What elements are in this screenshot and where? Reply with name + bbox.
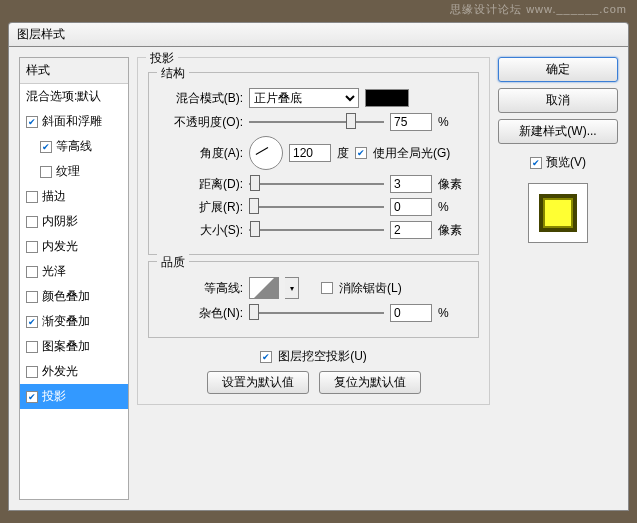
- sidebar-item[interactable]: 等高线: [20, 134, 128, 159]
- distance-unit: 像素: [438, 176, 468, 193]
- titlebar: 图层样式: [8, 22, 629, 46]
- blend-mode-label: 混合模式(B):: [159, 90, 243, 107]
- quality-title: 品质: [157, 254, 189, 271]
- ok-button[interactable]: 确定: [498, 57, 618, 82]
- contour-dropdown[interactable]: ▾: [285, 277, 299, 299]
- reset-default-button[interactable]: 复位为默认值: [319, 371, 421, 394]
- opacity-label: 不透明度(O):: [159, 114, 243, 131]
- sidebar-header: 样式: [20, 58, 128, 84]
- opacity-slider[interactable]: [249, 113, 384, 131]
- quality-group: 品质 等高线: ▾ 消除锯齿(L) 杂色(N): %: [148, 261, 479, 338]
- style-checkbox[interactable]: [26, 116, 38, 128]
- main-area: 投影 结构 混合模式(B): 正片叠底 不透明度(O): %: [137, 57, 618, 500]
- angle-input[interactable]: [289, 144, 331, 162]
- new-style-button[interactable]: 新建样式(W)...: [498, 119, 618, 144]
- sidebar-item-label: 光泽: [42, 263, 66, 280]
- structure-group: 结构 混合模式(B): 正片叠底 不透明度(O): %: [148, 72, 479, 255]
- preview-swatch: [539, 194, 577, 232]
- knockout-label: 图层挖空投影(U): [278, 348, 367, 365]
- style-checkbox[interactable]: [26, 366, 38, 378]
- global-light-label: 使用全局光(G): [373, 145, 450, 162]
- size-input[interactable]: [390, 221, 432, 239]
- sidebar-item-label: 内阴影: [42, 213, 78, 230]
- spread-slider[interactable]: [249, 198, 384, 216]
- knockout-checkbox[interactable]: [260, 351, 272, 363]
- styles-sidebar: 样式 混合选项:默认斜面和浮雕等高线纹理描边内阴影内发光光泽颜色叠加渐变叠加图案…: [19, 57, 129, 500]
- angle-unit: 度: [337, 145, 349, 162]
- dialog-title: 图层样式: [17, 26, 65, 43]
- preview-box: [528, 183, 588, 243]
- style-checkbox[interactable]: [26, 266, 38, 278]
- distance-input[interactable]: [390, 175, 432, 193]
- size-slider[interactable]: [249, 221, 384, 239]
- style-checkbox[interactable]: [26, 316, 38, 328]
- style-checkbox[interactable]: [26, 291, 38, 303]
- sidebar-item[interactable]: 纹理: [20, 159, 128, 184]
- sidebar-item-label: 描边: [42, 188, 66, 205]
- set-default-button[interactable]: 设置为默认值: [207, 371, 309, 394]
- style-checkbox[interactable]: [40, 141, 52, 153]
- sidebar-item-label: 纹理: [56, 163, 80, 180]
- dialog-body: 样式 混合选项:默认斜面和浮雕等高线纹理描边内阴影内发光光泽颜色叠加渐变叠加图案…: [8, 46, 629, 511]
- sidebar-item-label: 外发光: [42, 363, 78, 380]
- sidebar-item[interactable]: 内阴影: [20, 209, 128, 234]
- noise-input[interactable]: [390, 304, 432, 322]
- contour-swatch[interactable]: [249, 277, 279, 299]
- cancel-button[interactable]: 取消: [498, 88, 618, 113]
- angle-label: 角度(A):: [159, 145, 243, 162]
- blend-mode-select[interactable]: 正片叠底: [249, 88, 359, 108]
- opacity-input[interactable]: [390, 113, 432, 131]
- sidebar-item[interactable]: 投影: [20, 384, 128, 409]
- sidebar-item[interactable]: 外发光: [20, 359, 128, 384]
- style-checkbox[interactable]: [26, 391, 38, 403]
- sidebar-item[interactable]: 光泽: [20, 259, 128, 284]
- sidebar-item[interactable]: 混合选项:默认: [20, 84, 128, 109]
- style-checkbox[interactable]: [26, 216, 38, 228]
- preview-label: 预览(V): [546, 154, 586, 171]
- distance-label: 距离(D):: [159, 176, 243, 193]
- size-label: 大小(S):: [159, 222, 243, 239]
- shadow-color-swatch[interactable]: [365, 89, 409, 107]
- actions-column: 确定 取消 新建样式(W)... 预览(V): [498, 57, 618, 500]
- sidebar-item-label: 斜面和浮雕: [42, 113, 102, 130]
- antialias-label: 消除锯齿(L): [339, 280, 402, 297]
- sidebar-item-label: 颜色叠加: [42, 288, 90, 305]
- sidebar-item-label: 投影: [42, 388, 66, 405]
- sidebar-item[interactable]: 描边: [20, 184, 128, 209]
- spread-input[interactable]: [390, 198, 432, 216]
- size-unit: 像素: [438, 222, 468, 239]
- sidebar-item[interactable]: 颜色叠加: [20, 284, 128, 309]
- sidebar-item-label: 图案叠加: [42, 338, 90, 355]
- structure-title: 结构: [157, 65, 189, 82]
- style-checkbox[interactable]: [26, 191, 38, 203]
- noise-label: 杂色(N):: [159, 305, 243, 322]
- global-light-checkbox[interactable]: [355, 147, 367, 159]
- sidebar-item[interactable]: 图案叠加: [20, 334, 128, 359]
- sidebar-item[interactable]: 斜面和浮雕: [20, 109, 128, 134]
- style-checkbox[interactable]: [26, 341, 38, 353]
- sidebar-item-label: 渐变叠加: [42, 313, 90, 330]
- sidebar-item-label: 等高线: [56, 138, 92, 155]
- opacity-unit: %: [438, 115, 468, 129]
- spread-unit: %: [438, 200, 468, 214]
- distance-slider[interactable]: [249, 175, 384, 193]
- contour-label: 等高线:: [159, 280, 243, 297]
- spread-label: 扩展(R):: [159, 199, 243, 216]
- preview-checkbox[interactable]: [530, 157, 542, 169]
- noise-slider[interactable]: [249, 304, 384, 322]
- shadow-panel: 投影 结构 混合模式(B): 正片叠底 不透明度(O): %: [137, 57, 490, 405]
- sidebar-item-label: 混合选项:默认: [26, 88, 101, 105]
- style-checkbox[interactable]: [40, 166, 52, 178]
- angle-dial[interactable]: [249, 136, 283, 170]
- style-checkbox[interactable]: [26, 241, 38, 253]
- sidebar-item-label: 内发光: [42, 238, 78, 255]
- noise-unit: %: [438, 306, 468, 320]
- antialias-checkbox[interactable]: [321, 282, 333, 294]
- sidebar-item[interactable]: 渐变叠加: [20, 309, 128, 334]
- watermark: 思缘设计论坛 www.______.com: [450, 2, 627, 17]
- sidebar-item[interactable]: 内发光: [20, 234, 128, 259]
